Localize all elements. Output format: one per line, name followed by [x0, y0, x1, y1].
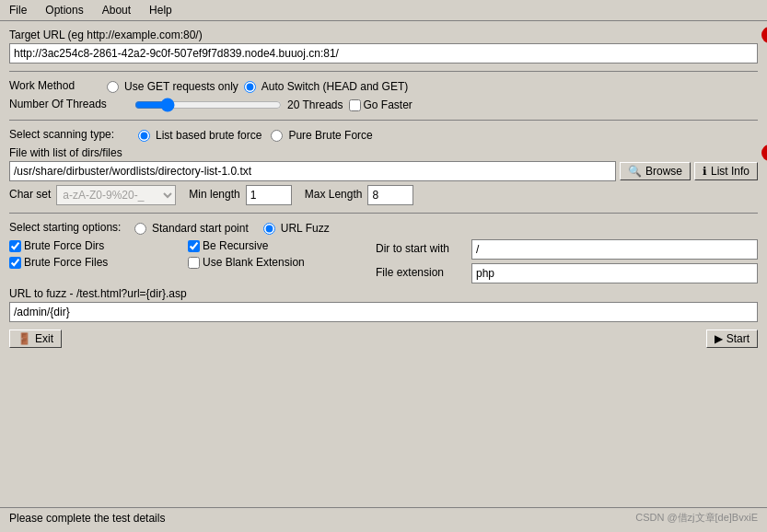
status-message: Please complete the test details: [9, 512, 165, 525]
file-list-section: File with list of dirs/files 🔍 Browse ℹ …: [9, 146, 758, 181]
threads-slider[interactable]: [134, 98, 282, 112]
threads-display: 20 Threads: [287, 98, 343, 111]
max-length-label: Max Length: [305, 188, 363, 201]
browse-label: Browse: [645, 165, 682, 178]
work-method-label: Work Method: [9, 79, 101, 92]
list-info-button[interactable]: ℹ List Info: [694, 162, 758, 180]
dir-start-input[interactable]: [471, 239, 758, 260]
get-only-label: Use GET requests only: [124, 80, 238, 93]
target-url-input[interactable]: [9, 43, 758, 64]
go-faster-label: Go Faster: [364, 98, 413, 111]
exit-icon: 🚪: [17, 332, 31, 345]
watermark: CSDN @借zj文章[de]BvxiE: [635, 511, 758, 525]
menu-help[interactable]: Help: [144, 2, 178, 18]
threads-label: Number Of Threads: [9, 98, 129, 110]
be-recursive-checkbox[interactable]: Be Recursive: [188, 239, 372, 252]
status-bar: Please complete the test details CSDN @借…: [0, 507, 767, 527]
work-method-section: Work Method Use GET requests only Auto S…: [9, 79, 758, 94]
min-length-label: Min length: [189, 188, 239, 201]
url-fuzz-section: URL to fuzz - /test.html?url={dir}.asp: [9, 287, 758, 322]
dir-start-label: Dir to start with: [376, 242, 468, 255]
list-info-label: List Info: [711, 165, 750, 178]
url-fuzz-option[interactable]: URL Fuzz: [263, 222, 330, 235]
scan-type-section: Select scanning type: List based brute f…: [9, 128, 758, 143]
file-extension-label: File extension: [376, 266, 468, 279]
use-blank-extension-label: Use Blank Extension: [203, 256, 305, 269]
list-info-icon: ℹ: [703, 165, 707, 178]
browse-button[interactable]: 🔍 Browse: [620, 162, 691, 180]
starting-options-label: Select starting options:: [9, 221, 129, 234]
target-url-section: Target URL (eg http://example.com:80/) 1: [9, 29, 758, 64]
auto-switch-label: Auto Switch (HEAD and GET): [261, 80, 408, 93]
brute-force-files-checkbox[interactable]: Brute Force Files: [9, 256, 184, 269]
action-buttons-row: 🚪 Exit ▶ Start: [9, 330, 758, 348]
min-length-input[interactable]: [246, 185, 292, 205]
pure-brute-option[interactable]: Pure Brute Force: [271, 129, 372, 142]
menu-file[interactable]: File: [4, 2, 32, 18]
list-based-label: List based brute force: [156, 129, 261, 142]
url-fuzz-label: URL to fuzz - /test.html?url={dir}.asp: [9, 287, 758, 300]
brute-force-files-label: Brute Force Files: [24, 256, 108, 269]
menu-options[interactable]: Options: [40, 2, 88, 18]
list-based-option[interactable]: List based brute force: [138, 129, 261, 142]
url-fuzz-label: URL Fuzz: [281, 222, 330, 235]
exit-button[interactable]: 🚪 Exit: [9, 330, 62, 348]
file-list-label: File with list of dirs/files: [9, 146, 758, 159]
be-recursive-label: Be Recursive: [203, 239, 268, 252]
charset-label: Char set: [9, 188, 51, 201]
start-icon: ▶: [715, 332, 723, 345]
start-label: Start: [726, 332, 750, 345]
get-only-option[interactable]: Use GET requests only: [107, 80, 238, 93]
auto-switch-option[interactable]: Auto Switch (HEAD and GET): [244, 80, 408, 93]
browse-icon: 🔍: [628, 165, 642, 178]
standard-start-option[interactable]: Standard start point: [134, 222, 249, 235]
go-faster-checkbox[interactable]: Go Faster: [349, 98, 413, 111]
scan-type-label: Select scanning type:: [9, 128, 129, 141]
use-blank-extension-checkbox[interactable]: Use Blank Extension: [188, 256, 372, 269]
pure-brute-label: Pure Brute Force: [288, 129, 372, 142]
menu-bar: File Options About Help: [0, 0, 767, 21]
file-extension-input[interactable]: [471, 263, 758, 283]
charset-select[interactable]: a-zA-Z0-9%20-_: [56, 185, 176, 205]
menu-about[interactable]: About: [97, 2, 136, 18]
threads-section: Number Of Threads 20 Threads Go Faster: [9, 98, 758, 112]
file-list-input[interactable]: [9, 161, 616, 181]
max-length-input[interactable]: [367, 185, 413, 205]
brute-force-dirs-label: Brute Force Dirs: [24, 239, 104, 252]
brute-force-dirs-checkbox[interactable]: Brute Force Dirs: [9, 239, 184, 252]
exit-label: Exit: [35, 332, 53, 345]
standard-start-label: Standard start point: [152, 222, 249, 235]
start-button[interactable]: ▶ Start: [706, 330, 758, 348]
charset-section: Char set a-zA-Z0-9%20-_ Min length Max L…: [9, 185, 758, 205]
starting-options-section: Select starting options: Standard start …: [9, 221, 758, 283]
url-fuzz-input[interactable]: [9, 302, 758, 322]
target-url-label: Target URL (eg http://example.com:80/): [9, 29, 758, 41]
